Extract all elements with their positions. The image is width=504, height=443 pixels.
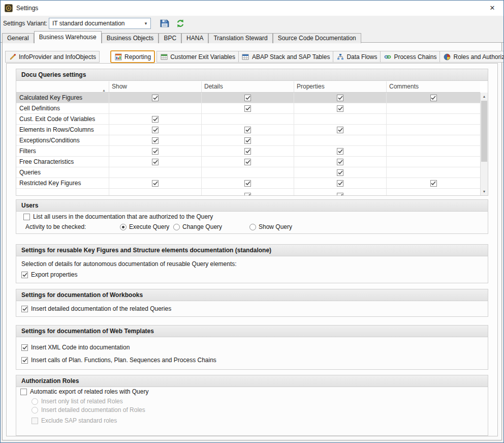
cell-comments[interactable]: [386, 157, 480, 167]
checkbox[interactable]: [244, 180, 251, 187]
cell-show[interactable]: [109, 167, 201, 178]
radio-execute-query[interactable]: Execute Query: [120, 223, 169, 230]
chevron-down-icon[interactable]: ▾: [142, 19, 150, 28]
subtab-data-flows[interactable]: Data Flows: [333, 51, 381, 63]
subtab-roles-and-authorizations[interactable]: Roles and Authorizations: [439, 51, 504, 63]
tab-business-warehouse[interactable]: Business Warehouse: [34, 31, 102, 43]
table-header-name[interactable]: ▲: [16, 81, 109, 92]
radio-change-query[interactable]: Change Query: [173, 223, 222, 230]
cell-details[interactable]: [201, 125, 294, 135]
radio-button[interactable]: [249, 224, 256, 230]
cell-properties[interactable]: [294, 135, 386, 145]
table-row[interactable]: Exceptions/Conditions: [16, 135, 480, 146]
table-row[interactable]: Elements in Rows/Columns: [16, 125, 480, 135]
cell-comments[interactable]: [386, 125, 480, 135]
scrollbar-thumb[interactable]: [481, 101, 487, 162]
tab-source-code-documentation[interactable]: Source Code Documentation: [273, 33, 361, 43]
insert-xml-checkbox[interactable]: [21, 344, 28, 351]
checkbox[interactable]: [244, 137, 251, 144]
cell-details[interactable]: [201, 135, 294, 145]
tab-translation-steward[interactable]: Translation Steward: [208, 33, 272, 43]
checkbox[interactable]: [244, 105, 251, 112]
cell-details[interactable]: [201, 114, 294, 124]
cell-properties[interactable]: [294, 178, 386, 188]
table-row[interactable]: Calculated Key Figures: [16, 93, 480, 103]
cell-details[interactable]: [201, 103, 294, 113]
export-properties-checkbox[interactable]: [21, 272, 28, 278]
cell-show[interactable]: [109, 146, 201, 156]
cell-properties[interactable]: [294, 93, 386, 103]
checkbox[interactable]: [152, 137, 159, 144]
cell-show[interactable]: [109, 125, 201, 135]
subtab-abap-stack-and-sap-tables[interactable]: ABAP Stack and SAP Tables: [238, 51, 333, 63]
checkbox[interactable]: [337, 159, 343, 165]
checkbox[interactable]: [244, 159, 251, 165]
cell-details[interactable]: [201, 146, 294, 156]
cell-comments[interactable]: [386, 135, 480, 145]
cell-show[interactable]: [109, 93, 201, 103]
list-all-users-checkbox[interactable]: [23, 214, 30, 220]
checkbox[interactable]: [430, 95, 437, 101]
insert-detailed-docs-checkbox[interactable]: [21, 306, 28, 312]
radio-show-query[interactable]: Show Query: [249, 223, 292, 230]
checkbox[interactable]: [244, 95, 251, 101]
cell-comments[interactable]: [386, 178, 480, 188]
cell-properties[interactable]: [294, 103, 386, 113]
cell-properties[interactable]: [294, 146, 386, 156]
cell-show[interactable]: [109, 157, 201, 167]
subtab-process-chains[interactable]: Process Chains: [380, 51, 440, 63]
cell-comments[interactable]: [386, 114, 480, 124]
radio-button[interactable]: [173, 224, 180, 230]
checkbox[interactable]: [430, 180, 437, 187]
checkbox[interactable]: [337, 169, 343, 176]
checkbox[interactable]: [337, 105, 343, 112]
checkbox[interactable]: [152, 180, 159, 187]
tab-bpc[interactable]: BPC: [159, 33, 181, 43]
cell-show[interactable]: [109, 135, 201, 145]
checkbox[interactable]: [152, 159, 159, 165]
cell-comments[interactable]: [386, 103, 480, 113]
settings-variant-select[interactable]: IT standard documentation ▾: [49, 18, 151, 29]
tab-hana[interactable]: HANA: [181, 33, 208, 43]
subtab-infoprovider-and-infoobjects[interactable]: InfoProvider and InfoObjects: [5, 51, 100, 63]
table-header-comments[interactable]: Comments: [386, 81, 480, 92]
cell-details[interactable]: [201, 167, 294, 178]
subtab-reporting[interactable]: Reporting: [110, 50, 155, 63]
tab-business-objects[interactable]: Business Objects: [102, 33, 159, 43]
checkbox[interactable]: [244, 148, 251, 155]
table-row[interactable]: Cell Definitions: [16, 103, 480, 114]
table-header-properties[interactable]: Properties: [294, 81, 386, 92]
checkbox[interactable]: [152, 116, 159, 123]
save-icon[interactable]: [160, 19, 169, 28]
cell-comments[interactable]: [386, 93, 480, 103]
subtab-customer-exit-variables[interactable]: Customer Exit Variables: [156, 51, 239, 63]
table-row[interactable]: Restricted Key Figures: [16, 178, 480, 189]
checkbox[interactable]: [152, 95, 159, 101]
cell-show[interactable]: [109, 114, 201, 124]
cell-show[interactable]: [109, 103, 201, 113]
scroll-down-icon[interactable]: ▼: [481, 188, 488, 195]
checkbox[interactable]: [152, 148, 159, 155]
table-row[interactable]: Cust. Exit Code of Variables: [16, 114, 480, 125]
auto-export-roles-checkbox[interactable]: [20, 389, 27, 395]
table-header-details[interactable]: Details: [201, 81, 294, 92]
table-row[interactable]: Free Characteristics: [16, 157, 480, 167]
cell-details[interactable]: [201, 157, 294, 167]
checkbox[interactable]: [337, 127, 343, 133]
radio-button[interactable]: [120, 224, 127, 230]
table-row[interactable]: Queries: [16, 167, 480, 178]
table-row[interactable]: Filters: [16, 146, 480, 157]
table-header-show[interactable]: Show: [109, 81, 201, 92]
checkbox[interactable]: [152, 127, 159, 133]
cell-comments[interactable]: [386, 167, 480, 178]
cell-details[interactable]: [201, 93, 294, 103]
tab-general[interactable]: General: [2, 33, 34, 43]
cell-show[interactable]: [109, 178, 201, 188]
cell-details[interactable]: [201, 178, 294, 188]
checkbox[interactable]: [244, 127, 251, 133]
refresh-icon[interactable]: [176, 19, 185, 28]
cell-properties[interactable]: [294, 167, 386, 178]
vertical-scrollbar[interactable]: ▲ ▼: [480, 93, 488, 195]
checkbox[interactable]: [337, 148, 343, 155]
cell-properties[interactable]: [294, 157, 386, 167]
